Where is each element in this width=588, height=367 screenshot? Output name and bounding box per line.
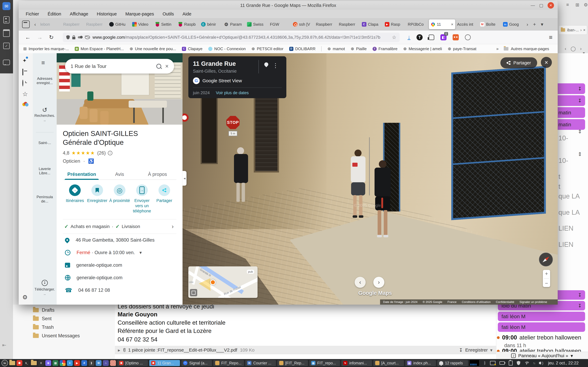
taskbar-window-fit-repo[interactable]: FIT_Repo... bbox=[213, 360, 244, 366]
mini-map[interactable]: Grande R Rue de l'Hôtel olie pub bbox=[188, 266, 258, 298]
taskbar-window-courrier[interactable]: ✉Courrier ... bbox=[245, 360, 276, 366]
bookmark-other-folder[interactable]: Autres marque-pages bbox=[503, 47, 549, 51]
close-icon[interactable]: × bbox=[583, 28, 585, 32]
bookmark-importer[interactable]: ⊞Importer les marque-... bbox=[23, 46, 69, 51]
tab-github[interactable]: GitHu bbox=[107, 19, 130, 29]
privacy-link[interactable]: Confidentialité bbox=[496, 300, 514, 304]
permissions-icon[interactable] bbox=[78, 36, 82, 38]
photos-launcher[interactable]: ▲ bbox=[60, 360, 66, 366]
forward-icon[interactable]: → bbox=[37, 34, 43, 41]
saved-places-button[interactable]: Adresses enregist... bbox=[33, 76, 57, 85]
account-icon[interactable] bbox=[465, 34, 471, 40]
taskbar-window-a-court[interactable]: [A_court... bbox=[373, 360, 404, 366]
maps-menu-hamburger-icon[interactable]: ≡ bbox=[41, 59, 45, 66]
tb-menu-icon[interactable]: ≡ bbox=[566, 2, 569, 7]
tab-raspberry-3[interactable]: Raspberr bbox=[314, 19, 337, 29]
disks-launcher[interactable]: d bbox=[81, 360, 87, 366]
terms-link[interactable]: Conditions d'utilisation bbox=[462, 300, 491, 304]
maps-search-box[interactable]: 1 Rue de la Tour × bbox=[65, 59, 174, 74]
clear-search-icon[interactable]: × bbox=[165, 63, 169, 70]
tab-raspberry-1[interactable]: Raspberr bbox=[61, 19, 84, 29]
lock-icon[interactable] bbox=[72, 37, 75, 39]
tab-gcal[interactable]: 31Goog bbox=[501, 19, 524, 29]
taskbar-window-filezilla[interactable]: fzinfomani... bbox=[341, 360, 372, 366]
tab-video[interactable]: Video bbox=[130, 19, 153, 29]
tab-settings[interactable]: Settin bbox=[153, 19, 176, 29]
tasks-space-icon[interactable]: ✓ bbox=[2, 42, 10, 50]
more-dates-link[interactable]: Voir plus de dates bbox=[216, 91, 249, 95]
address-row[interactable]: 46 Rue Gambetta, 30800 Saint-Gilles bbox=[63, 234, 176, 246]
bookmark-nouvelle-ere[interactable]: ⊕Une nouvelle ère pou... bbox=[130, 46, 176, 51]
next-pano-button[interactable]: › bbox=[373, 277, 384, 288]
tab-acces[interactable]: Accès int bbox=[455, 19, 478, 29]
directions-button[interactable]: →Itinéraires bbox=[64, 184, 86, 214]
firefox-titlebar[interactable]: 11 Grande Rue - Google Maps — Mozilla Fi… bbox=[19, 1, 558, 10]
calendar-space-icon[interactable] bbox=[2, 29, 10, 37]
attachment-filename[interactable]: FIT_reponse__Edit-et-P0llux___V2.pdf bbox=[158, 347, 237, 353]
firefox-view-icon[interactable] bbox=[22, 20, 30, 28]
hamburger-menu-icon[interactable]: ≡ bbox=[549, 34, 553, 41]
bookmark-dolibarr[interactable]: DDOLIBARR bbox=[289, 47, 316, 51]
bluetooth-icon[interactable]: ᛒ bbox=[484, 361, 486, 366]
extension-puzzle-icon[interactable]: ◧0 bbox=[440, 34, 447, 40]
files-launcher[interactable] bbox=[9, 360, 15, 366]
network-arrows-icon[interactable]: ↑↓ bbox=[533, 361, 535, 365]
tab-youtube[interactable]: ▶Rasp bbox=[383, 19, 406, 29]
share-launcher[interactable]: ∴ bbox=[103, 360, 109, 366]
close-street-view-button[interactable]: × bbox=[541, 57, 552, 68]
review-count[interactable]: (26) bbox=[97, 150, 106, 156]
tab-rpi3b[interactable]: RPi3bCo bbox=[406, 19, 429, 29]
taskbar-window-active-maps[interactable]: 11 Gran... bbox=[149, 360, 180, 366]
bookmark-piaille[interactable]: ⊕Piaille bbox=[351, 46, 367, 51]
tab-avis[interactable]: Avis bbox=[101, 169, 138, 180]
bookmark-noc[interactable]: NOC - Connexion bbox=[208, 47, 246, 51]
tab-ssh[interactable]: ssh [V bbox=[291, 19, 314, 29]
tab-drawer-icon[interactable] bbox=[22, 69, 23, 75]
taskbar-window-optimo[interactable]: [Optimo ... bbox=[117, 360, 148, 366]
tab-gmail[interactable]: MBoîte bbox=[478, 19, 501, 29]
tab-raspberry-2[interactable]: Raspberr bbox=[84, 19, 107, 29]
chevron-down-icon[interactable]: ▾ bbox=[139, 250, 142, 255]
menu-outils[interactable]: Outils bbox=[163, 11, 174, 17]
eye-slash-icon[interactable] bbox=[85, 35, 90, 39]
extension-t-icon[interactable]: T bbox=[416, 34, 423, 40]
bookmark-clapaye[interactable]: CClapaye bbox=[182, 47, 202, 51]
volume-icon[interactable] bbox=[539, 362, 541, 364]
menu-aide[interactable]: Aide bbox=[182, 11, 191, 17]
expand-icon[interactable]: ⇕ bbox=[578, 128, 582, 134]
tab-swiss[interactable]: Swiss bbox=[245, 19, 268, 29]
close-tab-icon[interactable]: × bbox=[451, 22, 453, 27]
booking-link[interactable]: generale-optique.com bbox=[76, 262, 122, 268]
pegman-position[interactable] bbox=[210, 280, 216, 285]
folder-pane-collapse-icon[interactable]: ⇤ bbox=[2, 342, 6, 348]
url-text[interactable]: www.google.com/maps/place/Opticien+SAINT… bbox=[93, 35, 389, 40]
taskbar-clock[interactable]: jeu. 2 oct., 22:22 bbox=[548, 361, 579, 366]
zoom-out-button[interactable]: − bbox=[545, 280, 548, 286]
send-to-phone-button[interactable]: →Envoyer vers un téléphone bbox=[131, 184, 153, 214]
features-row[interactable]: ✓ Achats en magasin · ✓ Livraison › bbox=[63, 219, 176, 234]
folder-launcher[interactable] bbox=[31, 360, 37, 366]
tab-scroll-right-icon[interactable]: › bbox=[527, 22, 528, 27]
taskbar-window-index-php[interactable]: ▤index.ph... bbox=[405, 360, 436, 366]
mail-launcher[interactable]: ✉ bbox=[96, 360, 102, 366]
taskbar-window-rappels[interactable]: 12 rappels bbox=[437, 360, 468, 366]
attachment-expander-icon[interactable]: ▸ bbox=[118, 347, 120, 353]
today-pane-footer[interactable]: 2 Panneau « Aujourd'hui » ▾ bbox=[496, 352, 588, 359]
window-preview-thumbnail[interactable] bbox=[469, 360, 479, 366]
place-rating-row[interactable]: 4,8 ★★★★★ (26) i bbox=[63, 150, 176, 156]
new-tab-button[interactable]: + bbox=[533, 22, 536, 27]
folder-item-trash[interactable]: Trash bbox=[33, 325, 54, 330]
recent-place-saint-gilles[interactable]: Saint-... bbox=[33, 141, 57, 145]
thunderbird-tab-iban[interactable]: iban-... › × bbox=[559, 25, 587, 34]
reload-icon[interactable]: ↻ bbox=[49, 34, 54, 41]
folder-item-sent[interactable]: Sent bbox=[33, 316, 52, 321]
tab-clapaye[interactable]: CClapa bbox=[360, 19, 383, 29]
bookmark-planeth[interactable]: ✿Mon Espace - PlanetH... bbox=[75, 47, 124, 51]
tab-lebon[interactable]: lebon bbox=[38, 19, 61, 29]
info-icon[interactable]: i bbox=[108, 151, 112, 155]
shield-icon[interactable] bbox=[517, 361, 520, 365]
ai-chat-icon[interactable]: ✦ bbox=[22, 58, 27, 64]
minimize-button[interactable]: — bbox=[531, 3, 535, 8]
recent-searches-button[interactable]: ↺Recherches... bbox=[33, 106, 57, 122]
firefox-launcher[interactable] bbox=[17, 360, 22, 366]
